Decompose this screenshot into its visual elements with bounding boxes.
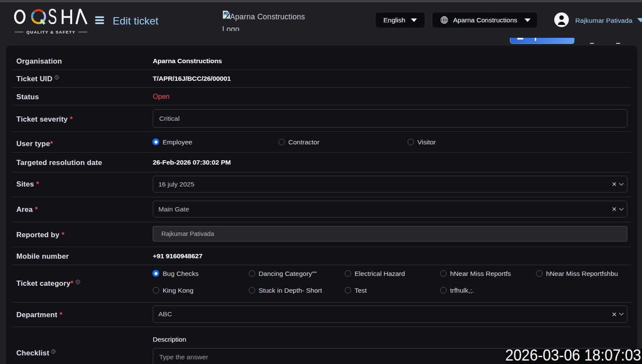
svg-text:QUALITY & SAFETY: QUALITY & SAFETY: [26, 30, 75, 34]
svg-text:S: S: [48, 4, 57, 29]
